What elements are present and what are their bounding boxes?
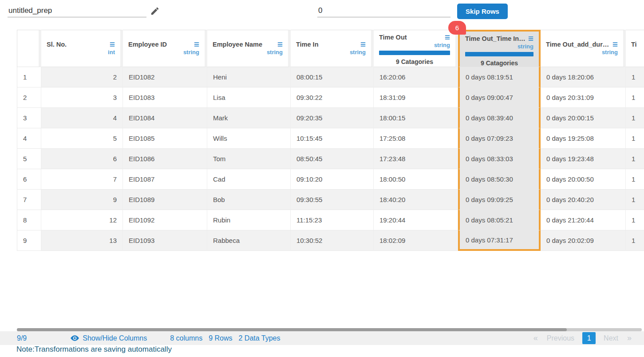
cell-sl-no: 12	[41, 210, 123, 230]
cell-time-out-add-dura: 0 days 19:25:08	[541, 128, 626, 149]
cell-time-out-add-dura: 0 days 20:31:09	[541, 87, 626, 108]
column-menu-icon[interactable]: ≡	[194, 41, 199, 48]
prep-name-input[interactable]	[8, 4, 146, 17]
cell-time-out: 18:00:50	[374, 169, 458, 190]
status-bar: 9/9 Show/Hide Columns 8 columns 9 Rows 2…	[0, 331, 644, 345]
column-menu-icon[interactable]: ≡	[528, 36, 533, 42]
cell-time-in: 08:50:45	[291, 149, 374, 169]
column-label: Employee Name	[213, 41, 262, 48]
cell-sl-no: 3	[41, 87, 123, 108]
first-page-button[interactable]: «	[529, 333, 542, 343]
cell-employee-name: Bob	[207, 190, 291, 210]
column-header-time-in[interactable]: Time In≡string	[291, 30, 374, 67]
cell-sl-no: 13	[41, 230, 123, 251]
row-number: 9	[17, 230, 41, 251]
column-label: Time Out_add_dura...	[546, 41, 610, 48]
cell-time-out: 17:23:48	[374, 149, 458, 169]
table-row: 45EID1085Wills10:15:4517:25:080 days 07:…	[17, 128, 644, 149]
column-header-ti[interactable]: Ti	[626, 30, 644, 67]
cell-employee-id: EID1092	[123, 210, 207, 230]
cell-ti: 1	[626, 67, 644, 87]
cell-time-out-add-dura: 0 days 19:23:48	[541, 149, 626, 169]
cell-time-out: 16:20:06	[374, 67, 458, 87]
cell-employee-name: Lisa	[207, 87, 291, 108]
skip-rows-input[interactable]	[317, 4, 450, 17]
cell-employee-id: EID1089	[123, 190, 207, 210]
cell-time-in: 09:30:55	[291, 190, 374, 210]
horizontal-scrollbar[interactable]	[17, 328, 642, 331]
column-distribution-bar	[465, 52, 533, 56]
column-header-time-out-add-dura[interactable]: Time Out_add_dura...≡string	[541, 30, 626, 67]
row-number: 4	[17, 128, 41, 149]
column-categories-label: 9 Catagories	[465, 60, 533, 67]
row-number: 1	[17, 67, 41, 87]
cell-employee-name: Mark	[207, 108, 291, 128]
cell-time-out: 17:25:08	[374, 128, 458, 149]
cell-time-out: 18:00:15	[374, 108, 458, 128]
row-range-indicator: 9/9	[17, 334, 27, 342]
cell-ti: 1	[626, 87, 644, 108]
column-label: Ti	[631, 41, 637, 48]
cell-time-in: 09:10:20	[291, 169, 374, 190]
cell-ti: 1	[626, 190, 644, 210]
cell-employee-id: EID1087	[123, 169, 207, 190]
row-number: 8	[17, 210, 41, 230]
column-menu-icon[interactable]: ≡	[277, 41, 283, 48]
column-type-label: string	[379, 42, 450, 48]
table-summary: 8 columns 9 Rows 2 Data Types	[170, 334, 286, 342]
cell-time-in: 09:20:35	[291, 108, 374, 128]
cell-time-in: 10:30:52	[291, 230, 374, 251]
cell-sl-no: 9	[41, 190, 123, 210]
column-label: Time Out_Time In_...	[465, 35, 525, 42]
column-type-label: string	[465, 43, 533, 50]
column-type-label: string	[296, 49, 366, 56]
row-number: 2	[17, 87, 41, 108]
edit-pencil-icon[interactable]	[150, 6, 160, 16]
show-hide-columns-button[interactable]: Show/Hide Columns	[70, 333, 147, 343]
column-type-label: int	[47, 49, 115, 56]
column-distribution-bar	[379, 51, 450, 55]
column-header-employee-id[interactable]: Employee ID≡string	[123, 30, 207, 67]
column-header-sl-no[interactable]: Sl. No.≡int	[41, 30, 123, 67]
cell-employee-name: Heni	[207, 67, 291, 87]
column-label: Time In	[296, 41, 319, 48]
column-menu-icon[interactable]: ≡	[445, 34, 450, 40]
cell-time-out-time-in: 0 days 09:00:47	[458, 87, 541, 108]
cell-time-out-time-in: 0 days 07:09:23	[458, 128, 541, 149]
cell-employee-id: EID1093	[123, 230, 207, 251]
column-type-label: string	[213, 49, 283, 56]
previous-page-button[interactable]: Previous	[542, 334, 579, 342]
rows-count: 9 Rows	[209, 334, 232, 342]
cell-time-out: 18:31:09	[374, 87, 458, 108]
current-page-button[interactable]: 1	[582, 332, 596, 344]
cell-time-out-time-in: 0 days 08:05:21	[458, 210, 541, 230]
row-number: 3	[17, 108, 41, 128]
next-page-button[interactable]: Next	[599, 334, 623, 342]
data-table: Sl. No.≡intEmployee ID≡stringEmployee Na…	[17, 30, 644, 251]
column-label: Employee ID	[128, 41, 167, 48]
cell-sl-no: 4	[41, 108, 123, 128]
table-header-row: Sl. No.≡intEmployee ID≡stringEmployee Na…	[17, 30, 644, 67]
corner-header	[17, 30, 41, 67]
cell-employee-name: Rabbeca	[207, 230, 291, 251]
table-row: 812EID1092Rubin11:15:2319:20:440 days 08…	[17, 210, 644, 230]
column-header-employee-name[interactable]: Employee Name≡string	[207, 30, 291, 67]
column-header-time-out-time-in[interactable]: Time Out_Time In_...≡string9 Catagories	[458, 30, 541, 67]
cell-ti: 1	[626, 149, 644, 169]
column-categories-label: 9 Catagories	[379, 58, 450, 65]
column-menu-icon[interactable]: ≡	[360, 41, 366, 48]
row-number: 5	[17, 149, 41, 169]
last-page-button[interactable]: »	[623, 333, 636, 343]
column-menu-icon[interactable]: ≡	[612, 41, 618, 48]
cell-employee-id: EID1084	[123, 108, 207, 128]
scrollbar-thumb[interactable]	[17, 328, 567, 331]
cell-employee-name: Wills	[207, 128, 291, 149]
cell-employee-name: Cad	[207, 169, 291, 190]
cell-employee-id: EID1086	[123, 149, 207, 169]
skip-rows-button[interactable]: Skip Rows	[457, 4, 508, 19]
cell-employee-id: EID1083	[123, 87, 207, 108]
column-menu-icon[interactable]: ≡	[110, 41, 115, 48]
column-header-time-out[interactable]: Time Out≡string9 Catagories	[374, 30, 458, 67]
cell-ti: 1	[626, 128, 644, 149]
data-types-count: 2 Data Types	[238, 334, 280, 342]
